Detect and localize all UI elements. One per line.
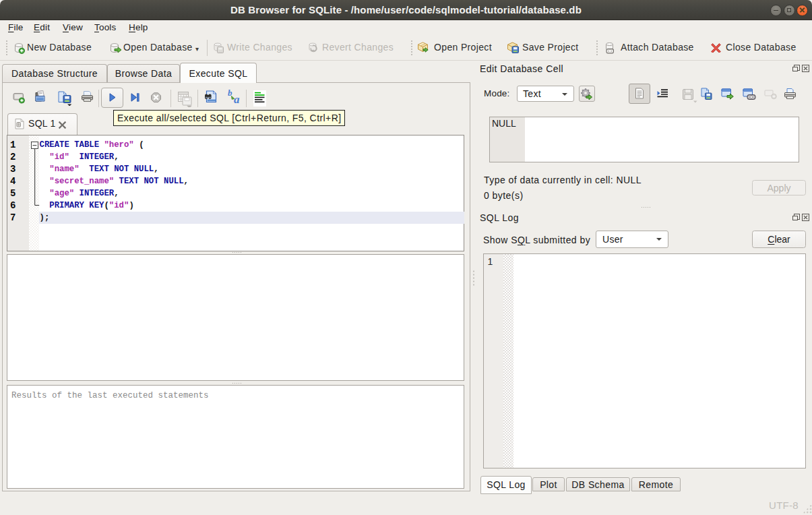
svg-text:a: a [234,93,240,105]
